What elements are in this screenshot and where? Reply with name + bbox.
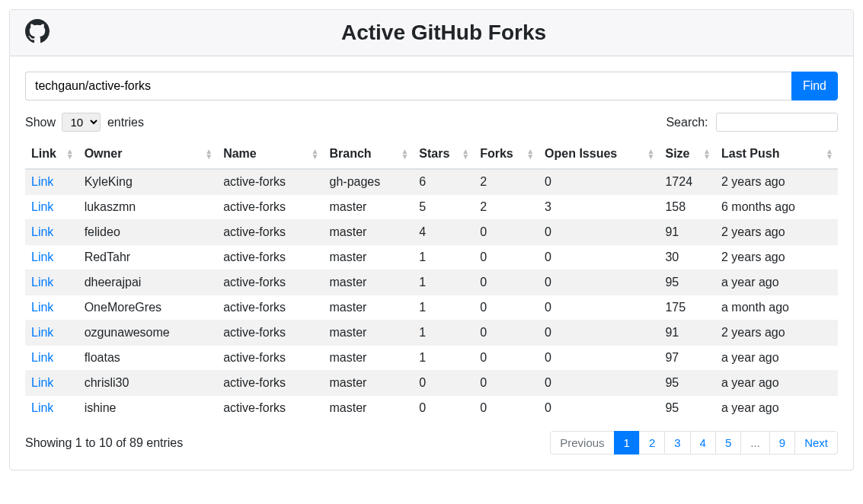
repo-link[interactable]: Link [31, 351, 53, 364]
column-header-stars[interactable]: Stars▲▼ [413, 139, 474, 169]
table-cell: Link [25, 169, 78, 195]
table-cell: 1724 [659, 169, 715, 195]
page-1[interactable]: 1 [614, 431, 640, 455]
table-cell: 30 [659, 245, 715, 270]
table-cell: a year ago [715, 396, 838, 421]
column-header-open-issues[interactable]: Open Issues▲▼ [539, 139, 659, 169]
table-info: Showing 1 to 10 of 89 entries [25, 436, 183, 450]
table-cell: 6 [413, 169, 474, 195]
table-cell: 0 [539, 396, 659, 421]
table-cell: 0 [413, 371, 474, 396]
table-cell: 0 [474, 371, 539, 396]
table-footer: Showing 1 to 10 of 89 entries Previous12… [25, 431, 838, 455]
table-cell: Link [25, 371, 78, 396]
entries-label: entries [107, 116, 144, 129]
table-cell: 97 [659, 346, 715, 371]
table-cell: 0 [539, 321, 659, 346]
table-cell: 91 [659, 220, 715, 245]
table-cell: active-forks [217, 321, 323, 346]
table-cell: 2 years ago [715, 245, 838, 270]
table-cell: Link [25, 245, 78, 270]
table-row: Linkfelideoactive-forksmaster400912 year… [25, 220, 838, 245]
table-cell: 1 [413, 321, 474, 346]
next-button[interactable]: Next [794, 431, 838, 455]
column-header-link[interactable]: Link▲▼ [25, 139, 78, 169]
repo-link[interactable]: Link [31, 225, 53, 238]
table-cell: 95 [659, 270, 715, 295]
sort-icon: ▲▼ [66, 148, 74, 159]
page-title: Active GitHub Forks [50, 21, 838, 45]
table-cell: dheerajpai [78, 270, 218, 295]
repo-link[interactable]: Link [31, 301, 53, 314]
table-cell: 2 years ago [715, 321, 838, 346]
show-label: Show [25, 116, 56, 129]
column-header-last-push[interactable]: Last Push▲▼ [715, 139, 838, 169]
repo-link[interactable]: Link [31, 376, 53, 389]
table-cell: active-forks [217, 169, 323, 195]
table-cell: 4 [413, 220, 474, 245]
table-cell: 1 [413, 245, 474, 270]
table-cell: 0 [474, 346, 539, 371]
table-cell: 5 [413, 195, 474, 220]
table-cell: Link [25, 321, 78, 346]
repo-link[interactable]: Link [31, 175, 53, 188]
table-cell: master [324, 195, 414, 220]
page-5[interactable]: 5 [715, 431, 741, 455]
entries-control: Show 10 entries [25, 113, 144, 132]
table-cell: Link [25, 396, 78, 421]
column-header-branch[interactable]: Branch▲▼ [324, 139, 414, 169]
table-cell: active-forks [217, 245, 323, 270]
table-body: LinkKyleKingactive-forksgh-pages62017242… [25, 169, 838, 420]
column-header-owner[interactable]: Owner▲▼ [78, 139, 218, 169]
table-cell: lukaszmn [78, 195, 218, 220]
table-row: LinkRedTahractive-forksmaster100302 year… [25, 245, 838, 270]
table-cell: master [324, 371, 414, 396]
page-2[interactable]: 2 [639, 431, 665, 455]
table-cell: 0 [539, 245, 659, 270]
column-header-size[interactable]: Size▲▼ [659, 139, 715, 169]
repo-link[interactable]: Link [31, 250, 53, 263]
repo-link[interactable]: Link [31, 401, 53, 414]
repo-link[interactable]: Link [31, 326, 53, 339]
table-cell: felideo [78, 220, 218, 245]
table-row: Linkdheerajpaiactive-forksmaster10095a y… [25, 270, 838, 295]
sort-icon: ▲▼ [205, 148, 213, 159]
table-cell: 95 [659, 371, 715, 396]
table-cell: master [324, 245, 414, 270]
table-cell: active-forks [217, 295, 323, 321]
table-cell: 3 [539, 195, 659, 220]
table-row: Linklukaszmnactive-forksmaster5231586 mo… [25, 195, 838, 220]
page-9[interactable]: 9 [769, 431, 795, 455]
table-cell: 0 [474, 220, 539, 245]
page-size-select[interactable]: 10 [62, 113, 101, 132]
table-cell: active-forks [217, 195, 323, 220]
repo-input[interactable] [25, 72, 791, 100]
repo-link[interactable]: Link [31, 276, 53, 289]
search-label: Search: [666, 116, 708, 129]
page-3[interactable]: 3 [664, 431, 690, 455]
column-header-name[interactable]: Name▲▼ [217, 139, 323, 169]
search-input[interactable] [716, 113, 838, 132]
sort-icon: ▲▼ [526, 148, 534, 159]
table-cell: gh-pages [324, 169, 414, 195]
table-controls: Show 10 entries Search: [25, 113, 838, 132]
search-control: Search: [666, 113, 838, 132]
table-cell: 6 months ago [715, 195, 838, 220]
table-cell: 0 [539, 346, 659, 371]
table-cell: active-forks [217, 270, 323, 295]
column-header-forks[interactable]: Forks▲▼ [474, 139, 539, 169]
table-cell: 2 [474, 169, 539, 195]
table-row: LinkKyleKingactive-forksgh-pages62017242… [25, 169, 838, 195]
table-cell: KyleKing [78, 169, 218, 195]
table-cell: 0 [474, 245, 539, 270]
pagination: Previous12345...9Next [550, 431, 838, 455]
page-4[interactable]: 4 [690, 431, 716, 455]
repo-link[interactable]: Link [31, 200, 53, 213]
table-cell: active-forks [217, 371, 323, 396]
prev-button: Previous [550, 431, 614, 455]
find-button[interactable]: Find [791, 72, 838, 100]
page-ellipsis: ... [740, 431, 770, 455]
table-cell: 1 [413, 295, 474, 321]
table-cell: master [324, 220, 414, 245]
table-cell: 0 [474, 270, 539, 295]
